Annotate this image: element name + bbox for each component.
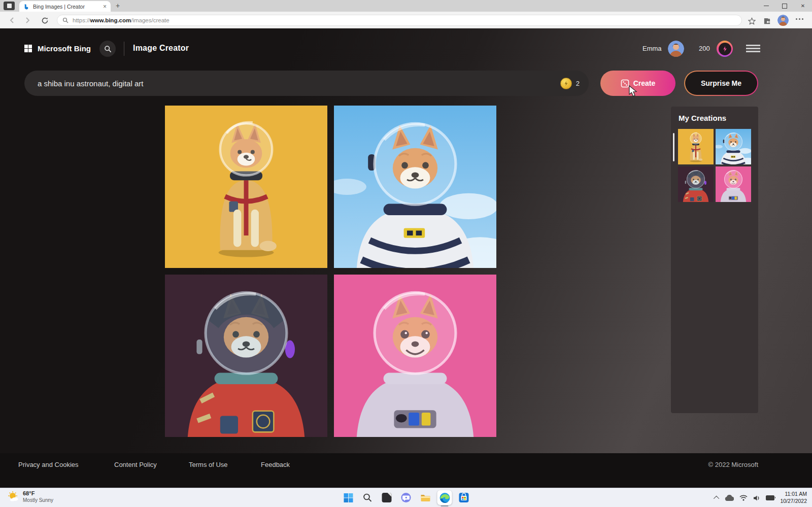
tray-chevron-icon[interactable] <box>714 496 719 501</box>
weather-condition: Mostly Sunny <box>23 497 53 504</box>
generated-image-1[interactable] <box>165 106 327 268</box>
generated-image-3[interactable] <box>165 275 327 437</box>
copyright-text: © 2022 Microsoft <box>708 461 758 468</box>
tab-close-icon[interactable]: × <box>103 4 107 10</box>
url-path: /images/create <box>131 17 169 23</box>
hamburger-menu-icon[interactable] <box>746 45 760 53</box>
prompt-bar[interactable]: 2 <box>24 71 589 96</box>
user-avatar[interactable] <box>668 41 684 57</box>
system-tray: 11:01 AM 10/27/2022 <box>715 490 807 505</box>
search-icon <box>62 17 69 23</box>
start-button-icon[interactable] <box>341 490 356 505</box>
close-icon[interactable]: ✕ <box>794 0 812 12</box>
tab-actions-icon[interactable] <box>4 2 15 10</box>
tab-actions-glyph <box>7 4 12 8</box>
surprise-me-label: Surprise Me <box>701 79 741 87</box>
extensions-icon[interactable] <box>761 15 772 26</box>
header-search-icon[interactable] <box>99 41 116 57</box>
taskbar-app-icons <box>341 490 471 505</box>
edge-browser-icon[interactable] <box>437 490 452 505</box>
onedrive-cloud-icon[interactable] <box>725 495 734 501</box>
privacy-link[interactable]: Privacy and Cookies <box>18 461 79 468</box>
refresh-icon[interactable] <box>40 15 50 25</box>
file-explorer-icon[interactable] <box>418 490 433 505</box>
screen: Bing Images | Creator × + ✕ https://www.… <box>0 0 812 507</box>
brand-title[interactable]: Microsoft Bing <box>38 44 91 53</box>
browser-toolbar: https://www.bing.com/images/create <box>0 12 812 28</box>
dark-app-icon[interactable] <box>380 490 394 505</box>
boost-coin-count: 2 <box>576 80 580 87</box>
tray-date: 10/27/2022 <box>780 498 807 505</box>
content-policy-link[interactable]: Content Policy <box>114 461 157 468</box>
back-icon[interactable] <box>7 15 17 25</box>
mouse-cursor <box>628 85 639 97</box>
battery-icon[interactable] <box>766 495 774 500</box>
volume-icon[interactable] <box>753 495 760 501</box>
panel-scrollbar[interactable] <box>673 133 674 161</box>
browser-titlebar: Bing Images | Creator × + ✕ <box>0 0 812 12</box>
boost-coin-icon <box>560 78 572 89</box>
generated-image-2[interactable] <box>334 106 496 268</box>
terms-link[interactable]: Terms of Use <box>189 461 228 468</box>
browser-profile-avatar[interactable] <box>777 15 789 26</box>
sun-icon <box>7 491 19 503</box>
url-scheme: https:// <box>73 17 90 23</box>
forward-icon[interactable] <box>22 15 32 25</box>
creation-thumbnail-4[interactable] <box>716 166 751 202</box>
bing-favicon <box>23 4 29 10</box>
surprise-me-button[interactable]: Surprise Me <box>684 71 758 96</box>
tab-title: Bing Images | Creator <box>33 4 103 10</box>
taskbar-search-icon[interactable] <box>360 490 375 505</box>
microsoft-store-icon[interactable] <box>457 490 471 505</box>
weather-widget[interactable]: 68°F Mostly Sunny <box>7 490 53 503</box>
url-text: https://www.bing.com/images/create <box>73 17 170 23</box>
generated-image-4[interactable] <box>334 275 496 437</box>
boost-badge-icon[interactable] <box>717 41 733 57</box>
window-controls: ✕ <box>757 0 812 12</box>
user-name[interactable]: Emma <box>642 45 662 52</box>
wifi-icon[interactable] <box>739 495 748 501</box>
browser-tab[interactable]: Bing Images | Creator × <box>19 1 111 12</box>
taskbar-clock[interactable]: 11:01 AM 10/27/2022 <box>780 491 807 504</box>
feedback-link[interactable]: Feedback <box>261 461 290 468</box>
site-footer: Privacy and Cookies Content Policy Terms… <box>0 453 812 488</box>
creation-thumbnail-2[interactable] <box>716 129 751 164</box>
header-divider <box>124 42 124 56</box>
url-host: www.bing.com <box>90 17 131 23</box>
boost-count: 200 <box>699 45 710 52</box>
page-title: Image Creator <box>133 44 189 53</box>
prompt-input[interactable] <box>37 79 560 88</box>
favorites-star-icon[interactable] <box>746 15 757 26</box>
address-bar[interactable]: https://www.bing.com/images/create <box>57 15 742 26</box>
my-creations-title: My Creations <box>679 114 726 122</box>
maximize-icon[interactable] <box>775 0 794 12</box>
creation-thumbnail-1[interactable] <box>678 129 714 164</box>
minimize-icon[interactable] <box>757 0 775 12</box>
taskbar: 68°F Mostly Sunny <box>0 488 812 507</box>
creation-thumbnail-3[interactable] <box>678 166 714 202</box>
site-header: Microsoft Bing Image Creator Emma 200 <box>0 28 812 69</box>
new-tab-icon[interactable]: + <box>116 2 120 10</box>
chat-teams-icon[interactable] <box>399 490 414 505</box>
more-menu-icon[interactable] <box>796 18 798 20</box>
my-creations-panel: My Creations <box>671 107 758 413</box>
tray-time: 11:01 AM <box>785 491 807 498</box>
bing-image-creator-page: Microsoft Bing Image Creator Emma 200 2 … <box>0 28 812 488</box>
microsoft-logo-icon <box>24 45 32 52</box>
weather-temp: 68°F <box>23 490 53 497</box>
